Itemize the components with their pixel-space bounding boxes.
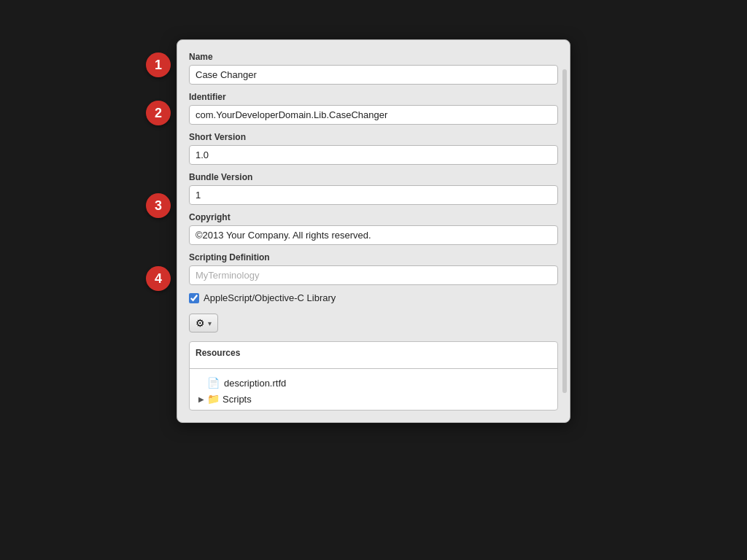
short-version-field-group: Short Version [189,132,558,165]
settings-panel: Name Identifier Short Version Bundle Ver… [177,39,570,423]
resources-section: Resources 📄 description.rtfd ▶ 📁 Scripts [189,341,558,411]
checkbox-row: AppleScript/Objective-C Library [189,292,558,303]
short-version-input[interactable] [189,145,558,165]
applescript-checkbox-label: AppleScript/Objective-C Library [204,292,336,303]
triangle-icon: ▶ [198,395,204,403]
resource-file-name: description.rtfd [224,378,286,389]
scripting-def-field-group: Scripting Definition [189,252,558,285]
gear-icon: ⚙ [196,317,205,329]
chevron-down-icon: ▾ [208,319,212,327]
copyright-label: Copyright [189,212,558,222]
resources-header: Resources [190,345,557,362]
scrollbar[interactable] [562,69,567,393]
list-item[interactable]: ▶ 📁 Scripts [190,391,557,407]
list-item[interactable]: 📄 description.rtfd [190,375,557,391]
badge-4: 4 [146,266,171,291]
bundle-version-field-group: Bundle Version [189,172,558,205]
bundle-version-input[interactable] [189,185,558,205]
badge-1: 1 [146,52,171,77]
scripting-def-input[interactable] [189,265,558,285]
copyright-input[interactable] [189,225,558,245]
short-version-label: Short Version [189,132,558,142]
identifier-label: Identifier [189,92,558,102]
name-input[interactable] [189,65,558,85]
resources-divider [190,368,557,369]
name-field-group: Name [189,52,558,85]
badge-2: 2 [146,101,171,125]
bundle-version-label: Bundle Version [189,172,558,182]
identifier-input[interactable] [189,105,558,125]
scripting-def-label: Scripting Definition [189,252,558,262]
resource-folder-name: Scripts [222,394,252,405]
copyright-field-group: Copyright [189,212,558,245]
identifier-field-group: Identifier [189,92,558,125]
name-label: Name [189,52,558,62]
main-panel: 1 2 3 4 Name Identifier Short Version Bu… [177,39,570,521]
badge-3: 3 [146,193,171,218]
folder-icon: 📁 [207,393,220,405]
gear-settings-button[interactable]: ⚙ ▾ [189,314,218,332]
file-icon: 📄 [207,377,220,389]
applescript-checkbox[interactable] [189,293,199,303]
